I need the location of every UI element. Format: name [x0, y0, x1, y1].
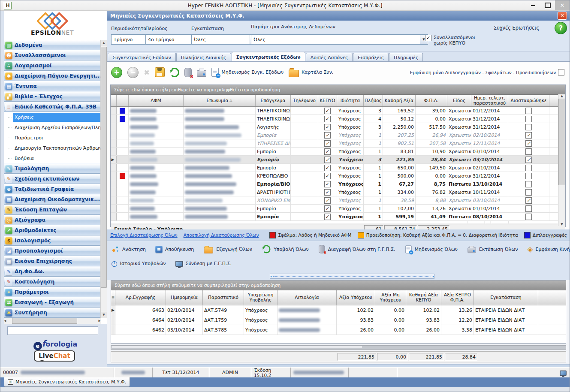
grid1-column-header[interactable]: ΚΕΠΥΟ [318, 95, 337, 106]
table-row[interactable]: ΔΡΑΣΤΗΡΙΟΤΗΤΕ✓Υπόχρεος1334,0076,82Χρεωστ… [111, 188, 565, 196]
tab-6[interactable]: Πληρωμές [389, 53, 423, 62]
grid2-column-header[interactable]: Παραστατικό [203, 290, 244, 305]
sidebar-item[interactable]: ▞Βιβλία - Έλεγχος [4, 91, 101, 102]
checkbox-icon[interactable] [525, 189, 532, 196]
action-button[interactable]: ◈Εμφάνιση Κινήσεων [528, 245, 570, 253]
help-icon[interactable]: ? [555, 22, 567, 34]
action-button[interactable]: Εξαγωγή Όλων [203, 244, 252, 254]
checkbox-icon[interactable]: ✓ [324, 108, 331, 114]
toolbar-button[interactable] [197, 68, 206, 77]
sidebar-item[interactable]: ▦Εικόνα Επιχείρησης [4, 256, 101, 266]
sidebar-item[interactable]: ▥Δεδομένα [4, 40, 101, 50]
sidebar-item[interactable]: ∴Λογαριασμοί [4, 60, 101, 71]
table-row[interactable]: 646402/10/2014ΔΑΤ.1759Υπόχρεος93,830,009… [111, 315, 566, 325]
table-row[interactable]: Εμπορία✓Υπόχρεος1650,00149,50Χρεωστικό02… [111, 164, 565, 172]
minimize-button[interactable] [526, 0, 540, 10]
tab-5[interactable]: Εισπράξεις [353, 53, 389, 62]
sidebar-item[interactable]: ≡Ειδικό Καθεστώς Φ.Π.Α. 39Β [4, 102, 101, 112]
grid1-vertical-scrollbar[interactable]: ▲ ▼ [558, 94, 565, 226]
sidebar-subitem[interactable]: Διαχείριση Αρχείου Εισπράξεων/Πληρ... [4, 122, 101, 133]
groupby-bar[interactable]: Σύρετε εδώ όποια στήλη επιθυμείτε να συμ… [111, 85, 565, 95]
grid1-column-header[interactable]: ΑΦΜ [129, 95, 184, 106]
sidebar-search-input[interactable] [7, 326, 98, 335]
checkbox-icon[interactable]: ✓ [324, 181, 331, 187]
sidebar-item[interactable]: ☻Συναλλασσόμενοι [4, 50, 101, 60]
close-button[interactable]: ✕ [555, 0, 570, 10]
tab-2[interactable]: Πωλήσεις Λιανικής [176, 53, 231, 62]
checkbox-icon[interactable]: ✓ [324, 148, 331, 155]
scroll-right-icon[interactable]: ▶ [99, 319, 101, 323]
table-row[interactable]: Εμπορία/ΒΙΟΜ✓Υπόχρεος167,278,75Πιστωτικό… [111, 180, 565, 188]
grid1-column-header[interactable]: Επάγγελμα [256, 95, 291, 106]
checkbox-icon[interactable]: ✓ [324, 157, 331, 163]
window-tab[interactable]: ✕ Μηνιαίες Συγκεντρωτικές Καταστάσεις Μ.… [4, 377, 130, 387]
grid2-column-header[interactable]: Ημερομηνία [166, 290, 203, 305]
table-row[interactable]: Εμπορία✓Υπόχρεος183,8110,90Χρεωστικό03/1… [111, 148, 565, 156]
panel-close-button[interactable]: ✕ [558, 12, 567, 20]
toolbar-button[interactable] [155, 67, 165, 77]
installation-select[interactable]: Όλες▼ [191, 34, 258, 45]
deselect-all-cross-link[interactable]: Αποεπιλογή Διασταύρωσης Όλων [184, 232, 259, 238]
grid2-column-header[interactable]: Αιτιολογία [277, 290, 337, 305]
sidebar-item[interactable]: ◎Αξιόγραφα [4, 215, 101, 225]
grid2-column-header[interactable]: Αξία Υπόχρεου [337, 290, 375, 305]
table-row[interactable]: ΥΠΗΡΕΣΙΕΣ ΔΙΟΙ✓Υπόχρεος1902,51207,58Χρεω… [111, 139, 565, 148]
grid1-column-header[interactable]: Τηλέφωνο [291, 95, 318, 106]
table-row[interactable]: ▶646302/10/2014ΔΑΤ.5749Υπόχρεος102,020,0… [111, 305, 566, 315]
checkbox-icon[interactable] [525, 165, 532, 171]
checkbox-icon[interactable] [525, 124, 532, 130]
checkbox-icon[interactable]: ✓ [324, 214, 331, 220]
action-button[interactable]: Σύνδεση με Γ.Γ.Π.Σ. [175, 260, 232, 267]
pane-splitter[interactable]: ▾ ▾ [270, 274, 434, 279]
grid1-column-header[interactable]: Φ.Π.Α. [416, 95, 447, 106]
livechat-logo[interactable]: LiveChat [34, 350, 75, 362]
checkbox-icon[interactable]: ✓ [525, 197, 532, 204]
checkbox-icon[interactable] [525, 181, 532, 187]
grid1-column-header[interactable]: Επωνυμία△ [184, 95, 256, 106]
checkbox-icon[interactable]: ✓ [324, 205, 331, 212]
toolbar-button[interactable]: ✖ [144, 68, 150, 77]
action-button[interactable]: Ανάκτηση [111, 245, 146, 253]
tab-1[interactable]: Συγκεντρωτικές Εσόδων [108, 53, 176, 62]
sidebar-item[interactable]: $Ισολογισμός [4, 235, 101, 246]
table-row[interactable]: ΤΗΛΕΠΙΚΟΙΝΩΝΙ✓Υπόχρεος450,120,00Χρεωστικ… [111, 115, 565, 123]
table-row[interactable]: ΚΡΕΟΠΩΛΕΙΟ✓Υπόχρεος1500,000,00Χρεωστικό3… [111, 172, 565, 180]
toolbar-button[interactable]: Καρτέλα Συν. [289, 68, 333, 77]
table-row[interactable]: ΤΗΛΕΠΙΚΟΙΝΩΝΙ✓Υπόχρεος3169,5239,00Χρεωστ… [111, 107, 565, 115]
sidebar-subitem[interactable]: Δημιουργία Τακτοποιητικών Άρθρων [4, 143, 101, 153]
grid2-column-header[interactable]: Αξία Μη Υπόχρεου [375, 290, 406, 305]
checkbox-icon[interactable] [525, 173, 532, 179]
checkbox-icon[interactable] [525, 205, 532, 212]
maximize-button[interactable] [540, 0, 555, 10]
grid2-column-header[interactable]: Υποχρέωση Υποβολής [244, 290, 277, 305]
sidebar-item[interactable]: ⊕Ταξιδιωτικά Γραφεία [4, 184, 101, 194]
checkbox-icon[interactable]: ✓ [324, 116, 331, 122]
table-row[interactable]: Εμπορία✓Υπόχρεος1102,0013,26Χρεωστικό01/… [111, 205, 565, 213]
grid2-column-header[interactable]: Καθαρή Αξία ΚΕΠΥΟ [406, 290, 441, 305]
grid2-column-header[interactable]: Αξία ΚΕΠΥΟ Φ.Π.Α. [441, 290, 474, 305]
action-button[interactable]: ≡Αποθήκευση [155, 246, 194, 253]
toolbar-button[interactable] [170, 68, 179, 77]
checkbox-icon[interactable] [525, 214, 532, 220]
table-row[interactable]: ΧΟΝΔΡΙΚΟ ΕΜΠΟ✓Υπόχρεος138,598,88Χρεωστικ… [111, 196, 565, 205]
tab-3[interactable]: Συγκεντρωτικές Εξόδων [232, 52, 305, 62]
scroll-down-icon[interactable]: ▼ [561, 223, 563, 226]
sidebar-horizontal-scrollbar[interactable]: ◀ ▶ [4, 318, 101, 324]
sidebar-item[interactable]: ◪Προϋπολογισμοί [4, 246, 101, 256]
sidebar-item[interactable]: ✎Έκδοση Επιταγών [4, 205, 101, 215]
groupby-bar[interactable]: Σύρετε εδώ όποια στήλη επιθυμείτε να συμ… [111, 280, 566, 290]
sidebar-item[interactable]: ✎Κοστολόγηση [4, 277, 101, 287]
scroll-left-icon[interactable]: ◀ [4, 319, 6, 323]
sidebar-item[interactable]: ▦Διαχείριση Οικοδομοτεχνικ... [4, 194, 101, 205]
checkbox-icon[interactable]: ✓ [324, 173, 331, 179]
sidebar-item[interactable]: ↗Αριθμοδείκτες [4, 225, 101, 235]
eforologia-logo[interactable]: eforologia [4, 338, 107, 350]
tab-4[interactable]: Λοιπές Δαπάνες [306, 53, 353, 62]
grid2-menu-cell[interactable]: ▦ [111, 290, 115, 305]
retrieval-params-select[interactable]: Όλες▼ [251, 34, 428, 45]
no-kepyo-checkbox[interactable]: ✓ Συναλλασσόμενοι χωρίς ΚΕΠΥΟ [425, 35, 481, 46]
sidebar-item[interactable]: ✎Δη.Φο.Δω. [4, 266, 101, 277]
sidebar-item[interactable]: ✱Διαχείριση Πάγιου Ενεργητι... [4, 71, 101, 81]
sidebar-item[interactable]: ✱Συντήρηση [4, 308, 101, 318]
checkbox-icon[interactable] [525, 108, 532, 114]
